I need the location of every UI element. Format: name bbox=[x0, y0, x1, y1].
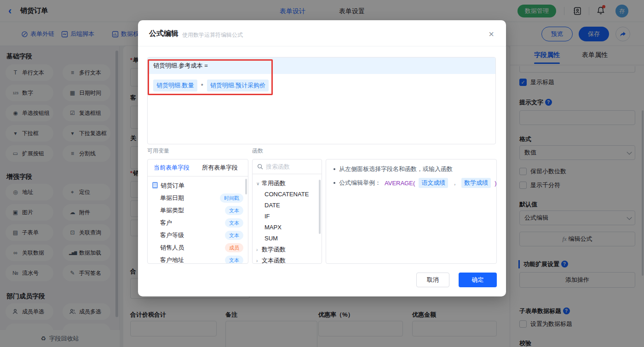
cancel-button[interactable]: 取消 bbox=[416, 273, 449, 287]
tip-line-1: 从左侧面板选择字段名和函数，或输入函数 bbox=[334, 165, 453, 173]
tab-all-form-fields[interactable]: 所有表单字段 bbox=[202, 159, 238, 176]
tabs-divider bbox=[148, 176, 248, 176]
type-badge: 时间戳 bbox=[220, 193, 243, 203]
functions-box: ∨常用函数 CONCATENATE DATE IF MAPX SUM ›数学函数… bbox=[252, 159, 322, 264]
variable-tree-root[interactable]: 销货订单 bbox=[148, 180, 248, 192]
formula-editor[interactable]: 销货明细.参考成本 = 销货明细.数量 * 销货明细.预计采购价 bbox=[147, 57, 496, 144]
type-badge: 文本 bbox=[225, 206, 243, 215]
variable-row[interactable]: 销售人员成员 bbox=[148, 242, 248, 254]
document-icon bbox=[152, 182, 158, 188]
tip-line-2: 公式编辑举例：AVERAGE( 语文成绩 ， 数学成绩 ) bbox=[334, 178, 497, 188]
variables-box: 当前表单字段 所有表单字段 销货订单 单据日期时间戳 单据类型文本 客户文本 客… bbox=[147, 159, 248, 264]
bullet-icon bbox=[334, 182, 335, 184]
confirm-button[interactable]: 确定 bbox=[459, 273, 497, 287]
variable-row[interactable]: 单据日期时间戳 bbox=[148, 192, 248, 204]
bullet-icon bbox=[334, 168, 335, 170]
chevron-right-icon: › bbox=[256, 256, 262, 264]
type-badge: 文本 bbox=[225, 256, 243, 264]
example-field-chip: 语文成绩 bbox=[419, 178, 448, 188]
function-item[interactable]: SUM bbox=[253, 233, 322, 244]
modal-subtitle: 使用数学运算符编辑公式 bbox=[182, 31, 243, 39]
search-icon bbox=[257, 164, 263, 170]
variable-row[interactable]: 单据类型文本 bbox=[148, 205, 248, 216]
function-item[interactable]: IF bbox=[253, 211, 322, 222]
formula-expression: 销货明细.数量 * 销货明细.预计采购价 bbox=[153, 80, 269, 91]
variable-row[interactable]: 客户文本 bbox=[148, 217, 248, 229]
functions-label: 函数 bbox=[252, 147, 263, 155]
formula-operand-2[interactable]: 销货明细.预计采购价 bbox=[207, 80, 269, 91]
function-item[interactable]: CONCATENATE bbox=[253, 189, 322, 200]
function-group-text[interactable]: ›文本函数 bbox=[253, 255, 322, 264]
variable-row[interactable]: 客户等级文本 bbox=[148, 229, 248, 241]
modal-title: 公式编辑 bbox=[149, 29, 178, 39]
function-close-token: ) bbox=[494, 180, 496, 187]
functions-scrollbar[interactable] bbox=[319, 180, 321, 234]
header-divider bbox=[138, 46, 506, 46]
function-item[interactable]: MAPX bbox=[253, 222, 322, 233]
formula-lhs: 销货明细.参考成本 = bbox=[148, 57, 495, 74]
variables-scrollbar[interactable] bbox=[245, 179, 247, 194]
variables-label: 可用变量 bbox=[147, 147, 169, 155]
function-search[interactable] bbox=[253, 159, 322, 174]
chevron-down-icon: ∨ bbox=[256, 178, 262, 189]
formula-operand-1[interactable]: 销货明细.数量 bbox=[153, 80, 197, 91]
tab-current-form-fields[interactable]: 当前表单字段 bbox=[154, 159, 190, 176]
function-name-token: AVERAGE( bbox=[385, 180, 415, 187]
type-badge: 文本 bbox=[225, 218, 243, 228]
function-group-common[interactable]: ∨常用函数 bbox=[253, 178, 322, 189]
example-field-chip: 数学成绩 bbox=[461, 178, 491, 188]
type-badge: 成员 bbox=[225, 243, 243, 252]
function-item[interactable]: DATE bbox=[253, 200, 322, 211]
close-icon[interactable]: × bbox=[489, 29, 494, 39]
type-badge: 文本 bbox=[225, 231, 243, 240]
chevron-right-icon: › bbox=[256, 245, 262, 256]
formula-edit-modal: 公式编辑 使用数学运算符编辑公式 × 销货明细.参考成本 = 销货明细.数量 *… bbox=[138, 20, 506, 296]
function-group-math[interactable]: ›数学函数 bbox=[253, 244, 322, 255]
variable-row[interactable]: 客户地址文本 bbox=[148, 254, 248, 264]
formula-operator: * bbox=[201, 82, 203, 89]
tips-box: 从左侧面板选择字段名和函数，或输入函数 公式编辑举例：AVERAGE( 语文成绩… bbox=[326, 159, 497, 264]
search-input[interactable] bbox=[266, 163, 312, 170]
